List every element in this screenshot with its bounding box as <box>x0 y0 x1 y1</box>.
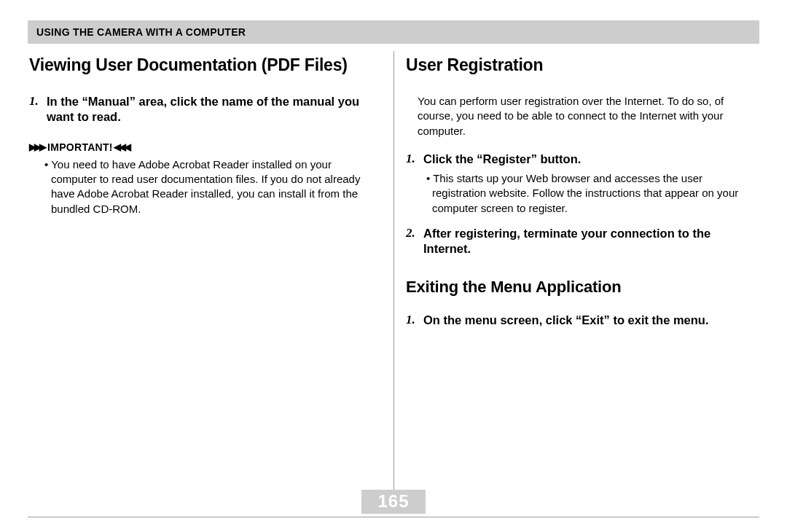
step-subtext: This starts up your Web browser and acce… <box>432 171 751 216</box>
left-title: Viewing User Documentation (PDF Files) <box>29 55 374 75</box>
right-step-1: 1. Click the “Register” button. This sta… <box>406 152 751 216</box>
right-intro: You can perform user registration over t… <box>418 94 751 138</box>
step-text: After registering, terminate your connec… <box>423 226 751 257</box>
step-text: In the “Manual” area, click the name of … <box>47 94 374 125</box>
right-title-2: Exiting the Menu Application <box>406 278 751 297</box>
section-header-bar: USING THE CAMERA WITH A COMPUTER <box>28 20 759 44</box>
important-arrows-right-icon: ▶▶▶ <box>29 142 44 152</box>
step-body: Click the “Register” button. This starts… <box>423 152 751 216</box>
left-column: Viewing User Documentation (PDF Files) 1… <box>28 50 390 335</box>
exit-step-1: 1. On the menu screen, click “Exit” to e… <box>406 313 751 328</box>
section-header-title: USING THE CAMERA WITH A COMPUTER <box>36 26 751 38</box>
right-title-1: User Registration <box>406 55 751 75</box>
content-columns: Viewing User Documentation (PDF Files) 1… <box>28 50 759 335</box>
important-text: You need to have Adobe Acrobat Reader in… <box>51 157 374 216</box>
page-footer: 165 <box>28 490 759 517</box>
important-block: ▶▶▶ IMPORTANT! ◀◀◀ You need to have Adob… <box>29 141 374 216</box>
step-number: 1. <box>29 94 47 125</box>
right-column: User Registration You can perform user r… <box>390 50 759 335</box>
step-text: Click the “Register” button. <box>423 152 751 167</box>
important-label: IMPORTANT! <box>47 141 113 153</box>
left-step-1: 1. In the “Manual” area, click the name … <box>29 94 374 125</box>
step-body: After registering, terminate your connec… <box>423 226 751 257</box>
important-arrows-left-icon: ◀◀◀ <box>114 142 129 152</box>
page-number: 165 <box>361 490 425 514</box>
important-header: ▶▶▶ IMPORTANT! ◀◀◀ <box>29 141 374 153</box>
step-number: 1. <box>406 152 423 216</box>
step-body: In the “Manual” area, click the name of … <box>47 94 374 125</box>
footer-rule <box>28 517 759 517</box>
step-number: 2. <box>406 226 423 257</box>
step-number: 1. <box>406 313 423 328</box>
page-number-wrap: 165 <box>28 490 759 514</box>
right-step-2: 2. After registering, terminate your con… <box>406 226 751 257</box>
step-body: On the menu screen, click “Exit” to exit… <box>423 313 751 328</box>
step-text: On the menu screen, click “Exit” to exit… <box>423 313 751 328</box>
